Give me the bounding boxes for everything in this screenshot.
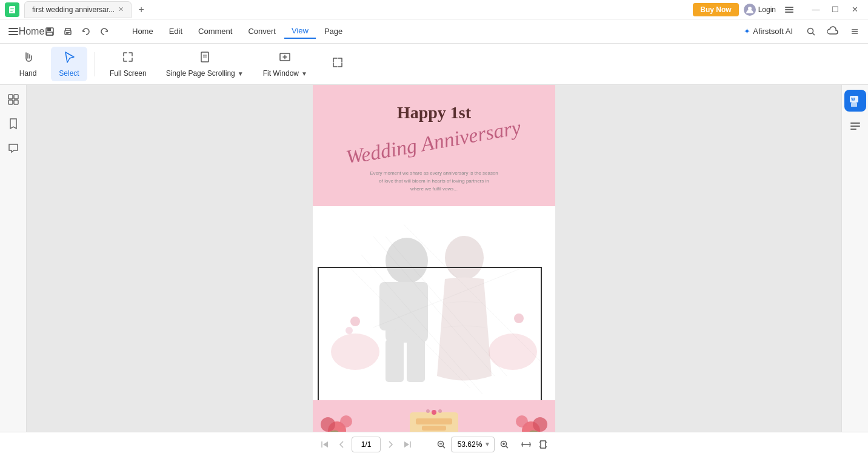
thumbnail-panel-button[interactable] — [4, 90, 23, 109]
last-page-button[interactable] — [400, 437, 415, 452]
svg-line-17 — [813, 33, 815, 35]
svg-rect-24 — [8, 100, 13, 104]
fullscreen-button[interactable]: Full Screen — [102, 47, 154, 81]
first-page-button[interactable] — [318, 437, 332, 452]
cloud-button[interactable] — [824, 23, 841, 40]
menu-view[interactable]: View — [284, 24, 316, 39]
fit-window-label-row: Fit Window ▼ — [263, 69, 307, 78]
minimize-button[interactable]: — — [807, 1, 824, 18]
redo-button[interactable] — [96, 23, 113, 40]
svg-point-45 — [514, 314, 524, 323]
hand-tool-button[interactable]: Hand — [10, 47, 46, 81]
toolbar: Hand Select Full Screen Single Page Scro… — [0, 44, 868, 85]
login-button[interactable]: Login — [744, 4, 776, 16]
svg-point-56 — [438, 409, 442, 413]
wedding-anniversary-text: Wedding Anniversary — [336, 116, 532, 169]
svg-rect-33 — [410, 282, 428, 330]
file-label: Home — [19, 26, 45, 37]
svg-rect-14 — [66, 32, 70, 33]
svg-rect-22 — [8, 95, 13, 99]
svg-point-59 — [516, 415, 528, 428]
svg-rect-7 — [8, 28, 18, 29]
fit-buttons — [519, 437, 550, 452]
zoom-in-button[interactable] — [497, 437, 512, 452]
svg-rect-6 — [785, 12, 793, 13]
poem-text: Every moment we share as every anniversa… — [355, 165, 513, 198]
page-number-input[interactable] — [352, 437, 381, 452]
menu-home[interactable]: Home — [125, 24, 161, 38]
single-page-scrolling-button[interactable]: Single Page Scrolling ▼ — [159, 47, 251, 81]
svg-rect-62 — [851, 102, 857, 107]
titlebar-actions: Buy Now Login — ☐ ✕ — [693, 1, 863, 18]
prev-page-button[interactable] — [335, 437, 349, 452]
chat-button[interactable]: W — [844, 90, 866, 112]
hand-icon — [21, 50, 35, 67]
close-button[interactable]: ✕ — [846, 1, 863, 18]
comments-panel-button[interactable] — [4, 138, 23, 158]
svg-rect-2 — [10, 11, 13, 12]
fit-width-button[interactable] — [519, 437, 533, 452]
login-label: Login — [758, 5, 776, 14]
single-page-label-row: Single Page Scrolling ▼ — [166, 69, 244, 78]
ai-label: Afirstsoft AI — [753, 27, 793, 36]
svg-rect-1 — [10, 10, 14, 10]
fullscreen-icon — [121, 50, 135, 67]
statusbar: ▼ — [0, 432, 868, 456]
collapse-button[interactable] — [846, 23, 863, 40]
fit-window-button[interactable]: Fit Window ▼ — [256, 47, 315, 81]
select-label: Select — [59, 69, 79, 78]
fit-page-button[interactable] — [536, 437, 550, 452]
menu-convert[interactable]: Convert — [241, 24, 283, 38]
svg-rect-25 — [14, 100, 18, 104]
menu-button[interactable] — [781, 1, 798, 18]
select-icon — [62, 50, 76, 67]
canvas-area[interactable]: Happy 1st Wedding Anniversary Every mome… — [27, 85, 841, 432]
active-tab[interactable]: first wedding anniversar... ✕ — [24, 1, 132, 18]
add-tab-button[interactable]: + — [134, 2, 149, 17]
svg-rect-23 — [14, 95, 18, 99]
zoom-dropdown-arrow[interactable]: ▼ — [484, 441, 490, 448]
tab-close-button[interactable]: ✕ — [118, 5, 124, 13]
svg-line-73 — [506, 446, 508, 448]
expand-view-button[interactable] — [319, 52, 356, 76]
next-page-button[interactable] — [383, 437, 398, 452]
print-button[interactable] — [59, 23, 76, 40]
svg-rect-5 — [785, 9, 793, 10]
main-area: Happy 1st Wedding Anniversary Every mome… — [0, 85, 868, 432]
svg-rect-11 — [47, 28, 51, 31]
zoom-input[interactable] — [455, 440, 484, 449]
zoom-out-button[interactable] — [434, 437, 449, 452]
zoom-value-display: ▼ — [451, 437, 495, 452]
ai-button[interactable]: ✦ Afirstsoft AI — [739, 24, 798, 38]
svg-text:W: W — [851, 97, 855, 101]
search-button[interactable] — [803, 23, 820, 40]
fullscreen-label: Full Screen — [110, 69, 147, 78]
menu-page[interactable]: Page — [317, 24, 350, 38]
bookmarks-panel-button[interactable] — [4, 114, 23, 133]
svg-point-28 — [331, 334, 379, 370]
svg-rect-4 — [785, 7, 793, 8]
svg-rect-65 — [850, 126, 860, 127]
menu-edit[interactable]: Edit — [162, 24, 190, 38]
page-header: Happy 1st Wedding Anniversary Every mome… — [313, 85, 555, 206]
maximize-button[interactable]: ☐ — [827, 1, 844, 18]
svg-rect-12 — [47, 32, 53, 35]
zoom-controls: ▼ — [434, 437, 550, 452]
menu-comment[interactable]: Comment — [191, 24, 239, 38]
titlebar: first wedding anniversar... ✕ + Buy Now … — [0, 0, 868, 19]
undo-button[interactable] — [78, 23, 95, 40]
svg-point-54 — [432, 410, 436, 415]
save-button[interactable] — [41, 23, 58, 40]
happy-1st-text: Happy 1st — [397, 103, 471, 122]
tab-title: first wedding anniversar... — [32, 5, 115, 14]
file-menu-item[interactable]: Home — [23, 23, 40, 40]
svg-point-36 — [445, 236, 484, 280]
properties-panel-button[interactable] — [846, 116, 865, 136]
svg-point-48 — [321, 417, 335, 432]
svg-point-49 — [340, 415, 352, 428]
single-page-icon — [198, 50, 212, 67]
buy-now-button[interactable]: Buy Now — [693, 3, 738, 16]
page-content: Happy 1st Wedding Anniversary Every mome… — [313, 85, 555, 432]
select-tool-button[interactable]: Select — [51, 47, 87, 81]
svg-rect-15 — [66, 33, 68, 34]
